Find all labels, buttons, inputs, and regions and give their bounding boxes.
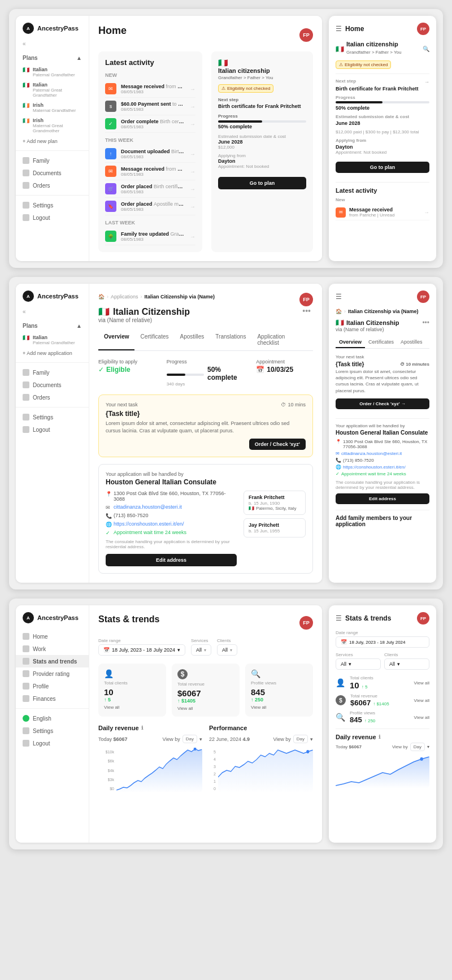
sidebar-item-settings[interactable]: Settings bbox=[16, 199, 89, 211]
clients-view-all[interactable]: View all bbox=[104, 705, 160, 710]
stats-side-clients-filter: Clients All ▾ bbox=[384, 652, 429, 670]
logo-icon: A bbox=[23, 23, 34, 34]
hamburger-icon[interactable]: ☰ bbox=[336, 25, 342, 33]
location-icon: 📍 bbox=[106, 491, 111, 497]
arrow-icon-cart: → bbox=[190, 186, 195, 192]
chevron-down-date: ▾ bbox=[177, 647, 180, 653]
citizenship-sidebar-family[interactable]: Family bbox=[16, 366, 89, 379]
stats-hamburger[interactable]: ☰ bbox=[336, 614, 342, 622]
sidebar-item-italian-2[interactable]: 🇮🇹 Italian Paternal Great Grandfather bbox=[16, 80, 89, 100]
stats-side-services-select[interactable]: All ▾ bbox=[336, 658, 381, 670]
clients-select[interactable]: All ▾ bbox=[217, 644, 237, 656]
stats-sidebar-profile[interactable]: Profile bbox=[16, 680, 89, 692]
sidebar-item-logout[interactable]: Logout bbox=[16, 211, 89, 224]
activity-item-cart[interactable]: 🛒 Order placed Birth certificate | Frank… bbox=[105, 180, 195, 198]
stats-sidebar-work[interactable]: Work bbox=[16, 643, 89, 655]
views-view-all[interactable]: View all bbox=[251, 705, 307, 710]
breadcrumb-applications[interactable]: Applications bbox=[111, 294, 138, 300]
stat-card-revenue: $ Total revenue $6067 ↑ $1405 View all bbox=[172, 664, 240, 717]
side-activity-item[interactable]: ✉ Message received from Patriche | Unrea… bbox=[336, 205, 429, 220]
citizenship-avatar[interactable]: FP bbox=[299, 293, 313, 306]
sidebar-item-family[interactable]: Family bbox=[16, 154, 89, 167]
stats-side-avatar[interactable]: FP bbox=[417, 612, 429, 625]
citizenship-sidebar-orders[interactable]: Orders bbox=[16, 391, 89, 404]
cs2-task-btn[interactable]: Order / Check 'xyz' → bbox=[336, 398, 429, 409]
tab-apostilles[interactable]: Apostilles bbox=[175, 330, 210, 350]
view-by-day-revenue[interactable]: Day bbox=[182, 735, 197, 743]
citizenship-plans-header[interactable]: Plans ▲ bbox=[16, 319, 89, 332]
stats-side-views-view-all[interactable]: View all bbox=[414, 715, 429, 720]
add-new-plan-btn[interactable]: + Add new plan bbox=[16, 136, 89, 147]
activity-item-msg2[interactable]: ✉ Message received from Patriche | Read … bbox=[105, 163, 195, 180]
user-avatar[interactable]: FP bbox=[299, 28, 313, 42]
activity-item-pay[interactable]: $ $60.00 Payment sent to Patriche 08/05/… bbox=[105, 98, 195, 115]
sidebar-item-irish-1[interactable]: 🇮🇪 Irish Maternal Grandfather bbox=[16, 100, 89, 115]
stats-sidebar-logout[interactable]: Logout bbox=[16, 737, 89, 749]
side-latest-title: Latest activity bbox=[336, 187, 429, 194]
stats-sidebar-settings[interactable]: Settings bbox=[16, 725, 89, 737]
citizenship-add-application-btn[interactable]: + Add new application bbox=[16, 348, 89, 359]
citizenship-sidebar-settings[interactable]: Settings bbox=[16, 411, 89, 423]
task-action-btn[interactable]: Order / Check 'xyz' bbox=[249, 439, 306, 450]
activity-item-tree[interactable]: 🌳 Family tree updated Grandmother added … bbox=[105, 228, 195, 245]
sidebar-item-irish-2[interactable]: 🇮🇪 Irish Maternal Great Grandmother bbox=[16, 115, 89, 136]
citizenship-sidebar-italian[interactable]: 🇮🇹 Italian Paternal Grandfather bbox=[16, 332, 89, 348]
sidebar-item-orders[interactable]: Orders bbox=[16, 179, 89, 192]
view-by-day-perf[interactable]: Day bbox=[293, 735, 308, 743]
cs2-edit-address-btn[interactable]: Edit address bbox=[336, 493, 429, 504]
cs2-hamburger-icon[interactable]: ☰ bbox=[336, 293, 342, 301]
cs2-tab-apostilles[interactable]: Apostilles bbox=[397, 337, 426, 348]
cs2-add-family[interactable]: Add family members to your application bbox=[336, 510, 429, 527]
stats-sidebar-stats[interactable]: Stats and trends bbox=[16, 655, 89, 667]
cs2-consulate-email[interactable]: ✉ cittadinanza.houston@esteri.it bbox=[336, 451, 429, 456]
activity-item-order[interactable]: ✓ Order complete Birth certificate | Fra… bbox=[105, 115, 195, 133]
citizenship-sidebar-logout[interactable]: Logout bbox=[16, 423, 89, 436]
tab-certificates[interactable]: Certificates bbox=[134, 330, 174, 350]
citizenship-sidebar-collapse[interactable]: « bbox=[16, 309, 89, 319]
edit-address-btn[interactable]: Edit address bbox=[106, 554, 237, 566]
revenue-view-all[interactable]: View all bbox=[177, 706, 234, 711]
tab-checklist[interactable]: Application checklist bbox=[251, 330, 313, 350]
services-select[interactable]: All ▾ bbox=[191, 644, 211, 656]
activity-item-doc[interactable]: ↑ Document uploaded Birth certificate | … bbox=[105, 145, 195, 163]
tab-overview[interactable]: Overview bbox=[98, 330, 134, 350]
stats-side-clients-select[interactable]: All ▾ bbox=[384, 658, 429, 670]
sidebar-item-documents[interactable]: Documents bbox=[16, 167, 89, 179]
tab-translations[interactable]: Translations bbox=[210, 330, 251, 350]
stats-sidebar-english[interactable]: English bbox=[16, 712, 89, 725]
stats-avatar[interactable]: FP bbox=[299, 616, 313, 630]
cs2-avatar[interactable]: FP bbox=[417, 290, 429, 303]
activity-item-date-msg2: 08/05/1983 bbox=[121, 172, 185, 177]
cs2-tab-overview[interactable]: Overview bbox=[336, 337, 365, 348]
activity-item-apostille[interactable]: 🔖 Order placed Apostille marriage certif… bbox=[105, 198, 195, 215]
search-icon[interactable]: 🔍 bbox=[423, 46, 429, 52]
stats-side-date-input[interactable]: 📅 18 July, 2023 - 18 July 2024 bbox=[336, 636, 429, 648]
cs2-more-icon[interactable]: ••• bbox=[422, 319, 429, 327]
sidebar-collapse-btn[interactable]: « bbox=[16, 41, 89, 51]
date-range-input[interactable]: 📅 18 July, 2023 - 18 July 2024 ▾ bbox=[98, 644, 185, 656]
side-panel-avatar[interactable]: FP bbox=[417, 23, 429, 35]
cs2-tab-certificates[interactable]: Certificates bbox=[365, 337, 397, 348]
citizenship-side-panel: ☰ FP 🏠 › Italian Citizenship via (Name) … bbox=[329, 284, 436, 583]
y-label-10k: $10k bbox=[98, 750, 114, 754]
stats-side-clients-view-all[interactable]: View all bbox=[414, 680, 429, 686]
stat-appointment-val: 10/03/25 bbox=[267, 366, 293, 374]
stats-filters: Date range 📅 18 July, 2023 - 18 July 202… bbox=[98, 638, 313, 656]
stats-sidebar-logo: A AncestryPass bbox=[16, 612, 89, 630]
stats-sidebar-finances[interactable]: Finances bbox=[16, 692, 89, 705]
stats-sidebar-home[interactable]: Home bbox=[16, 630, 89, 643]
plans-section-header[interactable]: Plans ▲ bbox=[16, 51, 89, 64]
activity-item-title-tree: Family tree updated Grandmother added | … bbox=[121, 231, 185, 237]
info-icon-side: ℹ bbox=[379, 734, 380, 740]
stats-side-view-by[interactable]: Day bbox=[410, 743, 425, 751]
stats-logo-icon: A bbox=[23, 612, 34, 623]
citizenship-sidebar-documents[interactable]: Documents bbox=[16, 379, 89, 391]
activity-item-msg1[interactable]: ✉ Message received from Patriche | Unrea… bbox=[105, 80, 195, 98]
go-to-plan-btn[interactable]: Go to plan bbox=[218, 177, 306, 189]
stats-side-revenue-view-all[interactable]: View all bbox=[414, 698, 429, 703]
side-go-to-plan-btn[interactable]: Go to plan bbox=[336, 162, 429, 173]
sidebar-item-italian-1[interactable]: 🇮🇹 Italian Paternal Grandfather bbox=[16, 64, 89, 80]
stats-sidebar-rating[interactable]: Provider rating bbox=[16, 667, 89, 680]
cs2-consulate-website[interactable]: 🌐 https://conshouston.esteri.it/en/ bbox=[336, 465, 429, 470]
more-options-btn[interactable]: ••• bbox=[300, 306, 313, 315]
